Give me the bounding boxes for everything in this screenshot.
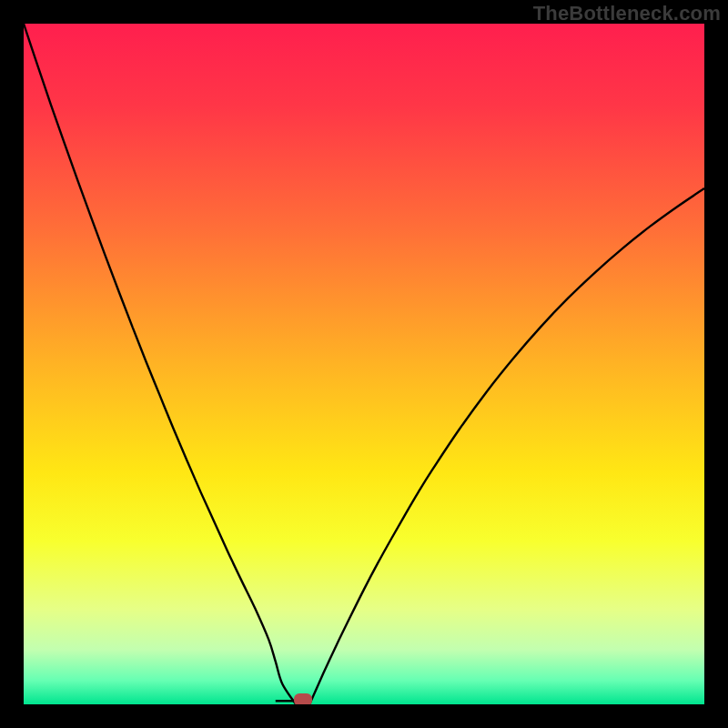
chart-frame: TheBottleneck.com	[0, 0, 728, 728]
plot-area	[24, 24, 704, 704]
chart-svg	[24, 24, 704, 704]
watermark-text: TheBottleneck.com	[533, 2, 721, 25]
gradient-background-rect	[24, 24, 704, 704]
minimum-marker	[294, 693, 312, 704]
